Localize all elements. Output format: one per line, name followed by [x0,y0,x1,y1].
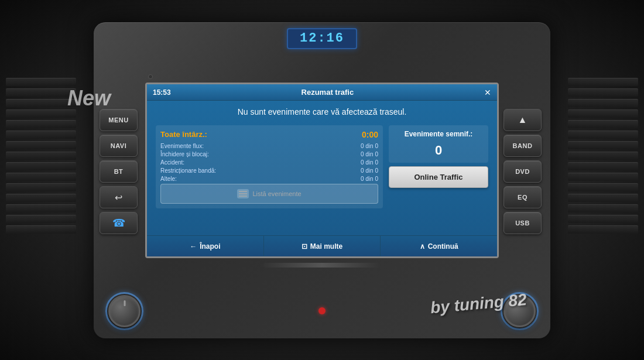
hazard-indicator [318,307,326,314]
traffic-row: Restricționare bandă: 0 din 0 [160,167,378,174]
screen-time: 15:53 [153,88,171,97]
traffic-row: Accident: 0 din 0 [160,159,378,166]
back-nav-button[interactable]: ← Înapoi [147,236,264,256]
left-knob[interactable] [108,295,141,327]
close-button[interactable]: ✕ [484,88,491,97]
left-knob-ring [105,292,143,330]
eject-button[interactable]: ▲ [503,109,542,131]
lista-eventi-label: Listă evenimente [252,190,301,197]
lista-eventi-button[interactable]: Listă evenimente [160,184,378,204]
left-vent [6,78,76,283]
traffic-left-panel: Toate întârz.: 0:00 Evenimente flux: 0 d… [156,125,383,208]
more-nav-button[interactable]: ⊡ Mai multe [264,236,381,256]
main-screen: 15:53 Rezumat trafic ✕ Nu sunt eveniment… [145,83,499,258]
mic-indicator [148,74,153,79]
traffic-row: Altele: 0 din 0 [160,176,378,182]
more-nav-icon: ⊡ [302,242,307,251]
total-delay-label: Toate întârz.: [160,130,207,139]
total-delay-value: 0:00 [362,130,378,139]
right-knob-ring [501,292,539,330]
menu-button[interactable]: MENU [100,109,138,131]
right-knob[interactable] [503,295,536,327]
list-icon [237,189,249,198]
eventi-semnif-value: 0 [393,143,484,158]
continue-nav-icon: ∧ [420,242,425,251]
traffic-row: Închidere și blocaj: 0 din 0 [160,151,378,157]
screen-header: 15:53 Rezumat trafic ✕ [147,84,497,101]
online-traffic-button[interactable]: Online Traffic [389,166,488,188]
screen-nav-bar: ← Înapoi ⊡ Mai multe ∧ Continuă [147,235,497,256]
car-interior: 12:16 MENU NAVI BT ↩ ☎ [0,0,644,360]
right-vent [568,78,638,283]
traffic-row: Evenimente flux: 0 din 0 [160,143,378,149]
main-message: Nu sunt evenimente care vă afectează tra… [156,107,488,118]
traffic-grid: Toate întârz.: 0:00 Evenimente flux: 0 d… [156,125,488,208]
phone-button[interactable]: ☎ [100,212,138,234]
clock-display: 12:16 [287,28,357,49]
eventi-semnif-box: Evenimente semnif.: 0 [389,125,488,163]
bt-button[interactable]: BT [100,160,138,183]
usb-button[interactable]: USB [503,212,542,234]
continue-nav-button[interactable]: ∧ Continuă [381,236,497,256]
dvd-button[interactable]: DVD [503,160,542,183]
eventi-semnif-label: Evenimente semnif.: [393,130,484,138]
back-nav-icon: ← [190,242,197,251]
back-button[interactable]: ↩ [100,186,138,208]
screen-content: Nu sunt evenimente care vă afectează tra… [147,101,497,235]
eq-button[interactable]: EQ [503,186,542,208]
unit-body: MENU NAVI BT ↩ ☎ [100,54,544,290]
navi-button[interactable]: NAVI [100,135,138,157]
delay-header: Toate întârz.: 0:00 [160,130,378,139]
gps-strip [263,263,381,268]
right-button-panel: ▲ BAND DVD EQ USB [503,109,544,234]
dashboard: 12:16 MENU NAVI BT ↩ ☎ [94,22,550,338]
traffic-right-panel: Evenimente semnif.: 0 Online Traffic [389,125,488,208]
bottom-controls [100,290,544,332]
screen-area: 15:53 Rezumat trafic ✕ Nu sunt eveniment… [145,74,499,269]
clock-time: 12:16 [300,31,344,46]
left-button-panel: MENU NAVI BT ↩ ☎ [100,109,141,234]
band-button[interactable]: BAND [503,135,542,157]
screen-title: Rezumat trafic [171,88,484,97]
